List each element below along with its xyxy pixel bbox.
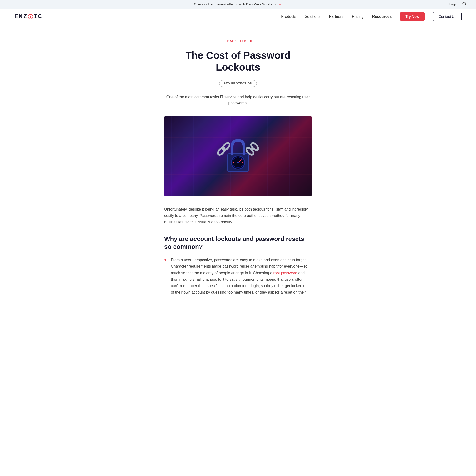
search-icon — [462, 2, 466, 6]
category-badge: ATO PROTECTION — [219, 80, 257, 87]
article-hero-image — [164, 116, 312, 197]
list-item-1-number: 1 — [164, 257, 168, 295]
article-body-para1: Unfortunately, despite it being an easy … — [164, 206, 312, 225]
contact-us-button[interactable]: Contact Us — [433, 12, 462, 21]
login-link[interactable]: Login — [449, 2, 458, 6]
lock-illustration — [212, 130, 264, 182]
nav-resources[interactable]: Resources — [372, 15, 392, 19]
article-intro-text: One of the most common tasks IT service … — [164, 94, 312, 106]
nav-products[interactable]: Products — [281, 15, 296, 19]
back-to-blog-label: BACK TO BLOG — [227, 39, 254, 43]
nav-partners[interactable]: Partners — [329, 15, 343, 19]
main-nav: Products Solutions Partners Pricing Reso… — [281, 12, 462, 21]
banner-actions: Login — [449, 2, 466, 7]
banner-arrow: → — [279, 2, 282, 6]
svg-point-0 — [463, 2, 466, 5]
list-item-1: 1 From a user perspective, passwords are… — [164, 257, 312, 295]
article-title: The Cost of Password Lockouts — [164, 50, 312, 73]
back-arrow-icon: ← — [222, 39, 226, 43]
logo-text-start: ENZ — [14, 13, 28, 20]
logo-icon — [28, 14, 33, 19]
list-item-1-text: From a user perspective, passwords are e… — [171, 257, 312, 295]
nav-solutions[interactable]: Solutions — [305, 15, 320, 19]
header: ENZIC Products Solutions Partners Pricin… — [0, 9, 476, 25]
search-icon-button[interactable] — [462, 2, 466, 7]
svg-point-2 — [217, 147, 226, 156]
svg-line-1 — [465, 4, 466, 5]
root-password-link[interactable]: root password — [273, 271, 297, 275]
nav-pricing[interactable]: Pricing — [352, 15, 364, 19]
numbered-list: 1 From a user perspective, passwords are… — [164, 257, 312, 295]
category-badge-container: ATO PROTECTION — [164, 80, 312, 87]
try-now-button[interactable]: Try Now — [400, 12, 424, 21]
article-section-title: Why are account lockouts and password re… — [164, 235, 312, 251]
top-banner: Check out our newest offering with Dark … — [0, 0, 476, 9]
logo-text-end: IC — [33, 13, 42, 20]
svg-point-14 — [237, 162, 239, 163]
article-main: ← BACK TO BLOG The Cost of Password Lock… — [159, 25, 317, 316]
banner-message: Check out our newest offering with Dark … — [194, 2, 277, 6]
logo[interactable]: ENZIC — [14, 13, 42, 20]
back-to-blog-link[interactable]: ← BACK TO BLOG — [164, 39, 312, 43]
image-placeholder — [164, 116, 312, 197]
svg-point-3 — [221, 142, 231, 151]
